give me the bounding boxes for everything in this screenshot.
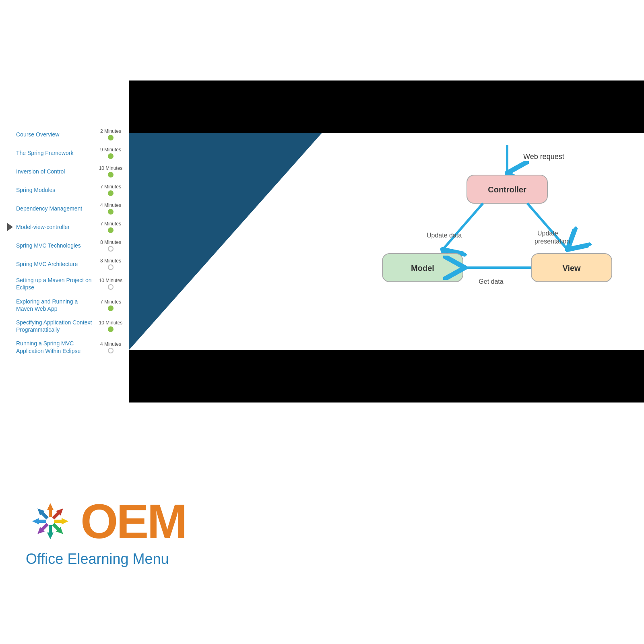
logo-icon [24,495,76,547]
completion-dot-solid [108,305,114,311]
model-label: Model [411,264,434,272]
mvc-diagram-svg: Web request Controller Update data Updat… [330,141,636,342]
video-area: Web request Controller Update data Updat… [129,80,644,402]
svg-marker-10 [54,518,68,524]
sidebar-item-label: Spring MVC Technologies [16,242,93,249]
completion-dot-empty [108,284,114,290]
logo-subtitle: Office Elearning Menu [26,551,169,568]
sidebar-item-minutes: 8 Minutes [100,258,121,264]
svg-marker-8 [47,503,54,517]
logo-container: OEM Office Elearning Menu [24,495,186,568]
sidebar-item-meta: 10 Minutes [97,320,125,332]
completion-dot-empty [108,246,114,252]
completion-dot-solid [108,326,114,332]
sidebar-item-label: Running a Spring MVC Application Within … [16,340,93,354]
sidebar-item-meta: 7 Minutes [97,184,125,196]
video-black-bar-top [129,80,644,133]
logo-top: OEM [24,495,186,547]
video-blue-triangle [129,133,322,350]
svg-marker-12 [47,525,54,539]
sidebar: Course Overview2 MinutesThe Spring Frame… [0,80,129,402]
sidebar-item-label: Dependency Management [16,205,93,212]
update-presentation-label2: presentation [535,238,570,245]
top-area [0,0,644,80]
main-container: Course Overview2 MinutesThe Spring Frame… [0,0,644,644]
sidebar-item-meta: 4 Minutes [97,202,125,215]
content-row: Course Overview2 MinutesThe Spring Frame… [0,80,644,402]
sidebar-item-label: Model-view-controller [16,223,93,231]
sidebar-item-label: Exploring and Running a Maven Web App [16,298,93,312]
sidebar-item-minutes: 10 Minutes [99,165,123,171]
sidebar-item[interactable]: Specifying Application Context Programma… [16,316,129,336]
sidebar-item-meta: 2 Minutes [97,128,125,140]
svg-marker-14 [32,518,46,524]
sidebar-item[interactable]: Course Overview2 Minutes [16,125,129,144]
sidebar-item-minutes: 10 Minutes [99,278,123,283]
sidebar-item-minutes: 4 Minutes [100,202,121,208]
completion-dot-solid [108,209,114,215]
view-label: View [562,264,581,272]
active-arrow-icon [7,223,13,231]
web-request-label: Web request [523,153,564,161]
sidebar-item-label: Specifying Application Context Programma… [16,319,93,333]
sidebar-item-label: Spring Modules [16,186,93,194]
sidebar-item-meta: 10 Minutes [97,278,125,290]
completion-dot-solid [108,153,114,159]
sidebar-item-meta: 10 Minutes [97,165,125,178]
sidebar-item[interactable]: Model-view-controller7 Minutes [16,218,129,236]
update-presentation-label: Update [537,230,558,237]
svg-marker-7 [35,506,50,521]
completion-dot-solid [108,172,114,178]
logo-arrows-svg [24,495,76,547]
sidebar-item-minutes: 8 Minutes [100,239,121,245]
sidebar-item-meta: 4 Minutes [97,341,125,353]
sidebar-item-minutes: 2 Minutes [100,128,121,134]
svg-marker-9 [51,506,65,521]
sidebar-item[interactable]: Spring MVC Technologies8 Minutes [16,236,129,255]
sidebar-item-label: Setting up a Maven Project on Eclipse [16,277,93,291]
sidebar-item[interactable]: Exploring and Running a Maven Web App7 M… [16,295,129,316]
sidebar-item-minutes: 7 Minutes [100,184,121,190]
sidebar-item-minutes: 4 Minutes [100,341,121,347]
get-data-label: Get data [479,278,503,285]
video-content: Web request Controller Update data Updat… [129,133,644,350]
sidebar-item-meta: 7 Minutes [97,221,125,233]
svg-line-2 [443,203,483,250]
video-diagram: Web request Controller Update data Updat… [330,141,636,342]
sidebar-item-label: Course Overview [16,131,93,138]
sidebar-item-meta: 7 Minutes [97,299,125,311]
sidebar-item-label: Spring MVC Architecture [16,260,93,268]
sidebar-item-minutes: 7 Minutes [100,299,121,305]
svg-marker-11 [51,522,65,536]
sidebar-item-minutes: 9 Minutes [100,147,121,153]
sidebar-item-meta: 8 Minutes [97,239,125,252]
sidebar-item[interactable]: Running a Spring MVC Application Within … [16,336,129,357]
logo-oem-text: OEM [80,497,186,545]
sidebar-item[interactable]: Spring Modules7 Minutes [16,181,129,199]
sidebar-item-meta: 8 Minutes [97,258,125,270]
controller-label: Controller [488,185,526,194]
sidebar-item-label: Inversion of Control [16,168,93,175]
bottom-area: OEM Office Elearning Menu [0,402,644,644]
sidebar-item[interactable]: Dependency Management4 Minutes [16,199,129,218]
sidebar-item-minutes: 7 Minutes [100,221,121,227]
sidebar-item-minutes: 10 Minutes [99,320,123,326]
sidebar-item-label: The Spring Framework [16,149,93,157]
sidebar-item[interactable]: The Spring Framework9 Minutes [16,144,129,162]
sidebar-item[interactable]: Inversion of Control10 Minutes [16,162,129,181]
sidebar-item-meta: 9 Minutes [97,147,125,159]
completion-dot-solid [108,135,114,140]
completion-dot-empty [108,264,114,270]
completion-dot-solid [108,190,114,196]
svg-marker-13 [35,522,50,536]
completion-dot-solid [108,227,114,233]
video-black-bar-bottom [129,350,644,402]
sidebar-item[interactable]: Setting up a Maven Project on Eclipse10 … [16,273,129,294]
completion-dot-empty [108,348,114,353]
sidebar-item[interactable]: Spring MVC Architecture8 Minutes [16,255,129,273]
update-data-label: Update data [427,232,462,239]
